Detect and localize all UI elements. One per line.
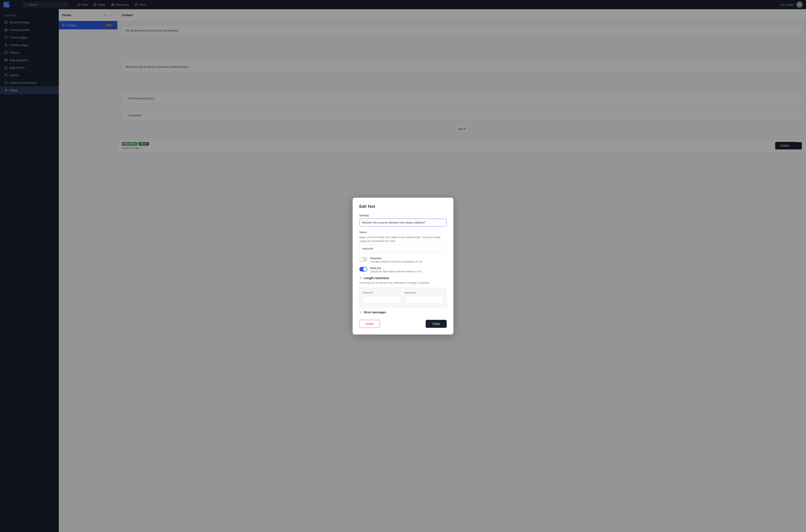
maximum-input[interactable] [405, 296, 443, 304]
length-restriction-section: Length restriction How long can the text… [359, 277, 447, 307]
multiline-row: Multi-line Should the field allow multi-… [359, 267, 447, 273]
multiline-info: Multi-line Should the field allow multi-… [370, 267, 422, 273]
modal-title: Edit Text [359, 204, 447, 209]
multiline-label: Multi-line [370, 267, 422, 270]
error-messages-section: Error messages [359, 310, 447, 314]
chevron-down-icon [359, 277, 362, 280]
labeling-input[interactable] [359, 219, 447, 226]
minmax-container: Minimum Maximum [359, 288, 447, 307]
multiline-toggle[interactable] [359, 267, 367, 271]
modal-overlay: Edit Text labeling Name Name of the form… [0, 0, 806, 532]
name-label: Name [359, 231, 447, 234]
labeling-label: labeling [359, 214, 447, 217]
modal-footer: Delete Close [359, 320, 447, 328]
error-messages-header[interactable]: Error messages [359, 310, 447, 314]
name-group: Name Name of the form field. Not visible… [359, 231, 447, 252]
multiline-desc: Should the field allow multi-line entrie… [370, 270, 422, 273]
delete-button[interactable]: Delete [359, 320, 380, 328]
close-button[interactable]: Close [426, 320, 447, 328]
required-row: Required Indicates whether this field is… [359, 256, 447, 263]
name-desc: Name of the form field. Not visible to t… [359, 235, 447, 243]
labeling-group: labeling [359, 214, 447, 226]
maximum-label: Maximum [405, 291, 443, 294]
minimum-col: Minimum [363, 291, 401, 304]
length-restriction-header[interactable]: Length restriction [359, 277, 447, 280]
required-label: Required [370, 256, 422, 260]
maximum-col: Maximum [405, 291, 443, 304]
required-desc: Indicates whether this field is mandator… [370, 260, 422, 263]
minimum-input[interactable] [363, 296, 401, 304]
required-toggle[interactable] [359, 257, 367, 262]
length-restriction-label: Length restriction [364, 277, 389, 280]
edit-text-modal: Edit Text labeling Name Name of the form… [353, 198, 453, 335]
minimum-label: Minimum [363, 291, 401, 294]
required-toggle-knob [360, 258, 363, 261]
name-input[interactable] [359, 245, 447, 252]
error-messages-label: Error messages [364, 310, 386, 314]
length-restriction-desc: How long can the text be? No verificatio… [359, 281, 447, 284]
required-info: Required Indicates whether this field is… [370, 256, 422, 263]
chevron-right-icon [359, 311, 362, 314]
multiline-toggle-knob [363, 267, 367, 271]
